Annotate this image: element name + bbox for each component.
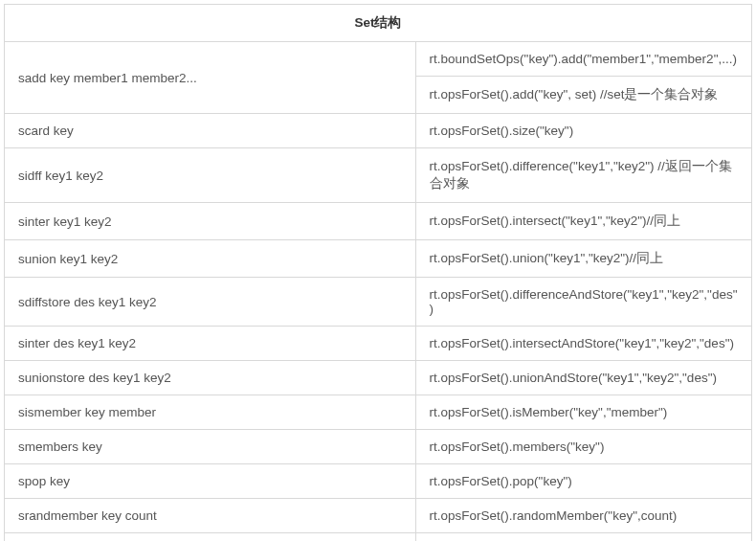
cell-command: srandmember key count — [5, 499, 416, 533]
cell-command: sidff key1 key2 — [5, 148, 416, 203]
table-header-row: Set结构 — [5, 5, 752, 42]
set-operations-table: Set结构 sadd key member1 member2... rt.bou… — [4, 4, 752, 541]
table-row: sidff key1 key2 rt.opsForSet().differenc… — [5, 148, 752, 203]
cell-code: rt.opsForSet().intersectAndStore("key1",… — [415, 327, 751, 361]
cell-command: spop key — [5, 464, 416, 499]
table-row: sunionstore des key1 key2 rt.opsForSet()… — [5, 361, 752, 395]
cell-code: rt.opsForSet().difference("key1","key2")… — [415, 148, 751, 203]
cell-command: sunionstore des key1 key2 — [5, 361, 416, 395]
table-row: spop key rt.opsForSet().pop("key") — [5, 464, 752, 499]
cell-code: rt.opsForSet().union("key1","key2")//同上 — [415, 240, 751, 278]
cell-code: rt.opsForSet().members("key") — [415, 430, 751, 464]
table-row: srandmember key count rt.opsForSet().ran… — [5, 499, 752, 533]
table-row: sdiffstore des key1 key2 rt.opsForSet().… — [5, 278, 752, 327]
cell-command: sinter des key1 key2 — [5, 327, 416, 361]
cell-command: sismember key member — [5, 395, 416, 430]
table-header: Set结构 — [5, 5, 752, 42]
table-row: srem key member1 member2... rt.opsForSet… — [5, 533, 752, 542]
cell-code: rt.opsForSet().randomMember("key",count) — [415, 499, 751, 533]
cell-code: rt.opsForSet().unionAndStore("key1","key… — [415, 361, 751, 395]
cell-code: rt.boundSetOps("key").add("member1","mem… — [415, 42, 751, 77]
cell-code: rt.opsForSet().pop("key") — [415, 464, 751, 499]
table-row: sunion key1 key2 rt.opsForSet().union("k… — [5, 240, 752, 278]
cell-command: sadd key member1 member2... — [5, 42, 416, 114]
cell-code: rt.opsForSet().add("key", set) //set是一个集… — [415, 77, 751, 114]
table-row: sinter des key1 key2 rt.opsForSet().inte… — [5, 327, 752, 361]
cell-code: rt.opsForSet().remove("key","member1","m… — [415, 533, 751, 542]
table-row: sismember key member rt.opsForSet().isMe… — [5, 395, 752, 430]
cell-code: rt.opsForSet().intersect("key1","key2")/… — [415, 203, 751, 240]
cell-code: rt.opsForSet().isMember("key","member") — [415, 395, 751, 430]
table-row: sinter key1 key2 rt.opsForSet().intersec… — [5, 203, 752, 240]
cell-command: scard key — [5, 114, 416, 148]
cell-code: rt.opsForSet().size("key") — [415, 114, 751, 148]
cell-command: srem key member1 member2... — [5, 533, 416, 542]
cell-command: smembers key — [5, 430, 416, 464]
cell-command: sinter key1 key2 — [5, 203, 416, 240]
cell-command: sunion key1 key2 — [5, 240, 416, 278]
cell-code: rt.opsForSet().differenceAndStore("key1"… — [415, 278, 751, 327]
cell-command: sdiffstore des key1 key2 — [5, 278, 416, 327]
table-row: smembers key rt.opsForSet().members("key… — [5, 430, 752, 464]
table-row: sadd key member1 member2... rt.boundSetO… — [5, 42, 752, 77]
table-row: scard key rt.opsForSet().size("key") — [5, 114, 752, 148]
